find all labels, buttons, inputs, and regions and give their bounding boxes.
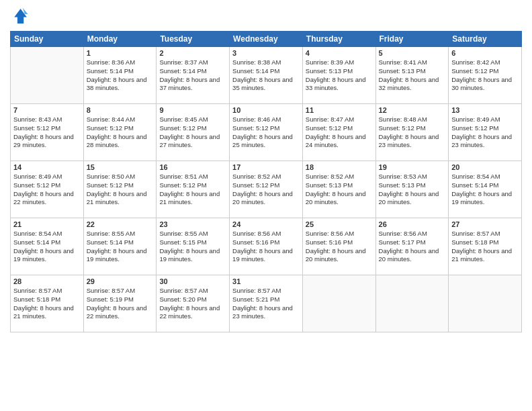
- day-number: 17: [232, 163, 300, 171]
- day-info: Sunrise: 8:52 AMSunset: 5:13 PMDaylight:…: [306, 173, 373, 207]
- day-info: Sunrise: 8:54 AMSunset: 5:14 PMDaylight:…: [13, 230, 81, 264]
- day-info: Sunrise: 8:57 AMSunset: 5:18 PMDaylight:…: [451, 230, 519, 264]
- day-header-thursday: Thursday: [302, 32, 375, 47]
- day-number: 6: [451, 49, 519, 57]
- day-info: Sunrise: 8:41 AMSunset: 5:13 PMDaylight:…: [379, 58, 446, 93]
- calendar-week-1: 1Sunrise: 8:36 AMSunset: 5:14 PMDaylight…: [11, 47, 522, 104]
- day-info: Sunrise: 8:43 AMSunset: 5:12 PMDaylight:…: [13, 116, 81, 150]
- calendar-cell: 31Sunrise: 8:57 AMSunset: 5:21 PMDayligh…: [230, 275, 303, 332]
- calendar-cell: 23Sunrise: 8:55 AMSunset: 5:15 PMDayligh…: [157, 218, 230, 275]
- calendar-cell: 7Sunrise: 8:43 AMSunset: 5:12 PMDaylight…: [11, 104, 84, 161]
- day-number: 25: [306, 220, 373, 228]
- day-number: 18: [306, 163, 373, 171]
- calendar-cell: 4Sunrise: 8:39 AMSunset: 5:13 PMDaylight…: [302, 47, 375, 104]
- calendar-header-row: SundayMondayTuesdayWednesdayThursdayFrid…: [11, 32, 522, 47]
- day-number: 20: [451, 163, 519, 171]
- logo: [10, 7, 30, 26]
- calendar-cell: 9Sunrise: 8:45 AMSunset: 5:12 PMDaylight…: [157, 104, 230, 161]
- day-header-sunday: Sunday: [11, 32, 84, 47]
- calendar-cell: 10Sunrise: 8:46 AMSunset: 5:12 PMDayligh…: [230, 104, 303, 161]
- day-info: Sunrise: 8:54 AMSunset: 5:14 PMDaylight:…: [451, 173, 519, 207]
- day-number: 2: [159, 49, 226, 57]
- day-number: 19: [379, 163, 446, 171]
- day-number: 8: [87, 106, 154, 114]
- calendar-cell: 2Sunrise: 8:37 AMSunset: 5:14 PMDaylight…: [157, 47, 230, 104]
- day-info: Sunrise: 8:36 AMSunset: 5:14 PMDaylight:…: [87, 58, 154, 93]
- day-number: 4: [306, 49, 373, 57]
- day-info: Sunrise: 8:57 AMSunset: 5:20 PMDaylight:…: [159, 287, 226, 321]
- day-number: 10: [232, 106, 300, 114]
- day-number: 3: [232, 49, 300, 57]
- calendar-cell: 17Sunrise: 8:52 AMSunset: 5:12 PMDayligh…: [230, 161, 303, 218]
- day-number: 31: [232, 277, 300, 285]
- day-number: 30: [159, 277, 226, 285]
- day-info: Sunrise: 8:47 AMSunset: 5:12 PMDaylight:…: [306, 116, 373, 150]
- day-number: 28: [13, 277, 81, 285]
- calendar-cell: 13Sunrise: 8:49 AMSunset: 5:12 PMDayligh…: [449, 104, 522, 161]
- day-header-saturday: Saturday: [449, 32, 522, 47]
- day-number: 27: [451, 220, 519, 228]
- calendar-cell: [449, 275, 522, 332]
- calendar-week-2: 7Sunrise: 8:43 AMSunset: 5:12 PMDaylight…: [11, 104, 522, 161]
- calendar-cell: [11, 47, 84, 104]
- day-number: 23: [159, 220, 226, 228]
- calendar-cell: 5Sunrise: 8:41 AMSunset: 5:13 PMDaylight…: [375, 47, 449, 104]
- day-header-monday: Monday: [83, 32, 157, 47]
- calendar-cell: 24Sunrise: 8:56 AMSunset: 5:16 PMDayligh…: [230, 218, 303, 275]
- calendar-cell: 19Sunrise: 8:53 AMSunset: 5:13 PMDayligh…: [375, 161, 449, 218]
- calendar-cell: 14Sunrise: 8:49 AMSunset: 5:12 PMDayligh…: [11, 161, 84, 218]
- calendar-cell: 27Sunrise: 8:57 AMSunset: 5:18 PMDayligh…: [449, 218, 522, 275]
- day-info: Sunrise: 8:39 AMSunset: 5:13 PMDaylight:…: [306, 58, 373, 93]
- day-number: 14: [13, 163, 81, 171]
- calendar-cell: [375, 275, 449, 332]
- calendar-cell: 12Sunrise: 8:48 AMSunset: 5:12 PMDayligh…: [375, 104, 449, 161]
- day-info: Sunrise: 8:38 AMSunset: 5:14 PMDaylight:…: [232, 58, 300, 93]
- calendar-cell: 16Sunrise: 8:51 AMSunset: 5:12 PMDayligh…: [157, 161, 230, 218]
- day-info: Sunrise: 8:44 AMSunset: 5:12 PMDaylight:…: [87, 116, 154, 150]
- calendar-week-5: 28Sunrise: 8:57 AMSunset: 5:18 PMDayligh…: [11, 275, 522, 332]
- day-number: 26: [379, 220, 446, 228]
- day-info: Sunrise: 8:57 AMSunset: 5:18 PMDaylight:…: [13, 287, 81, 321]
- header: [10, 7, 522, 26]
- day-info: Sunrise: 8:56 AMSunset: 5:16 PMDaylight:…: [306, 230, 373, 264]
- calendar-cell: 8Sunrise: 8:44 AMSunset: 5:12 PMDaylight…: [83, 104, 157, 161]
- day-info: Sunrise: 8:48 AMSunset: 5:12 PMDaylight:…: [379, 116, 446, 150]
- day-number: 22: [87, 220, 154, 228]
- calendar-cell: 6Sunrise: 8:42 AMSunset: 5:12 PMDaylight…: [449, 47, 522, 104]
- day-number: 1: [87, 49, 154, 57]
- day-header-friday: Friday: [375, 32, 449, 47]
- day-info: Sunrise: 8:37 AMSunset: 5:14 PMDaylight:…: [159, 58, 226, 93]
- calendar-cell: 11Sunrise: 8:47 AMSunset: 5:12 PMDayligh…: [302, 104, 375, 161]
- day-number: 15: [87, 163, 154, 171]
- day-number: 29: [87, 277, 154, 285]
- day-info: Sunrise: 8:57 AMSunset: 5:21 PMDaylight:…: [232, 287, 300, 321]
- calendar-week-3: 14Sunrise: 8:49 AMSunset: 5:12 PMDayligh…: [11, 161, 522, 218]
- day-info: Sunrise: 8:42 AMSunset: 5:12 PMDaylight:…: [451, 58, 519, 93]
- day-info: Sunrise: 8:57 AMSunset: 5:19 PMDaylight:…: [87, 287, 154, 321]
- calendar-cell: 15Sunrise: 8:50 AMSunset: 5:12 PMDayligh…: [83, 161, 157, 218]
- calendar-cell: 29Sunrise: 8:57 AMSunset: 5:19 PMDayligh…: [83, 275, 157, 332]
- day-info: Sunrise: 8:55 AMSunset: 5:14 PMDaylight:…: [87, 230, 154, 264]
- calendar-cell: 20Sunrise: 8:54 AMSunset: 5:14 PMDayligh…: [449, 161, 522, 218]
- day-info: Sunrise: 8:51 AMSunset: 5:12 PMDaylight:…: [159, 173, 226, 207]
- day-number: 12: [379, 106, 446, 114]
- day-info: Sunrise: 8:45 AMSunset: 5:12 PMDaylight:…: [159, 116, 226, 150]
- day-number: 24: [232, 220, 300, 228]
- day-info: Sunrise: 8:55 AMSunset: 5:15 PMDaylight:…: [159, 230, 226, 264]
- calendar-cell: 22Sunrise: 8:55 AMSunset: 5:14 PMDayligh…: [83, 218, 157, 275]
- calendar-cell: 25Sunrise: 8:56 AMSunset: 5:16 PMDayligh…: [302, 218, 375, 275]
- calendar-cell: [302, 275, 375, 332]
- day-info: Sunrise: 8:49 AMSunset: 5:12 PMDaylight:…: [451, 116, 519, 150]
- calendar-cell: 21Sunrise: 8:54 AMSunset: 5:14 PMDayligh…: [11, 218, 84, 275]
- day-number: 7: [13, 106, 81, 114]
- day-info: Sunrise: 8:46 AMSunset: 5:12 PMDaylight:…: [232, 116, 300, 150]
- calendar-cell: 18Sunrise: 8:52 AMSunset: 5:13 PMDayligh…: [302, 161, 375, 218]
- calendar-cell: 28Sunrise: 8:57 AMSunset: 5:18 PMDayligh…: [11, 275, 84, 332]
- day-header-wednesday: Wednesday: [230, 32, 303, 47]
- day-number: 13: [451, 106, 519, 114]
- day-number: 9: [159, 106, 226, 114]
- day-number: 11: [306, 106, 373, 114]
- calendar-cell: 1Sunrise: 8:36 AMSunset: 5:14 PMDaylight…: [83, 47, 157, 104]
- calendar-cell: 26Sunrise: 8:56 AMSunset: 5:17 PMDayligh…: [375, 218, 449, 275]
- day-info: Sunrise: 8:53 AMSunset: 5:13 PMDaylight:…: [379, 173, 446, 207]
